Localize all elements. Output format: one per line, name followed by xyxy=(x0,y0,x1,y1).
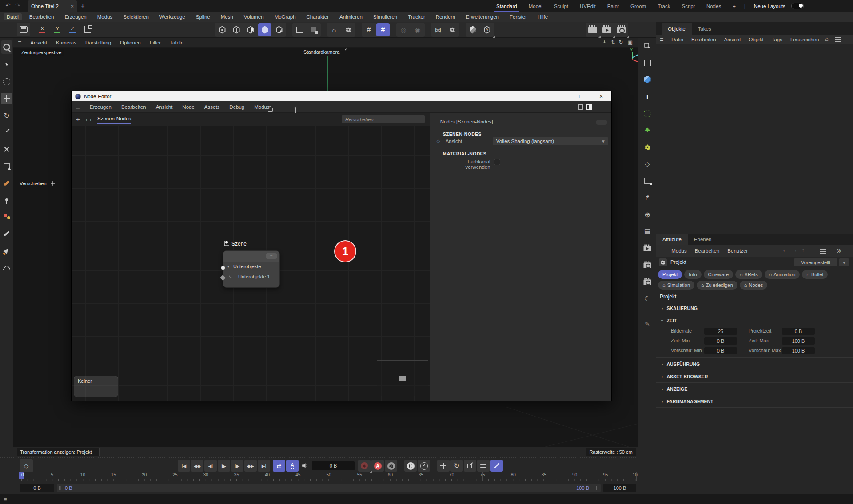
pen-tool[interactable] xyxy=(1,245,12,256)
commander-search-button[interactable] xyxy=(1,40,12,54)
menu-mograph[interactable]: MoGraph xyxy=(275,14,296,20)
layout-toggle[interactable] xyxy=(791,3,804,9)
axis-z-button[interactable]: Z xyxy=(66,23,79,36)
chip-bullet[interactable]: ⌂Bullet xyxy=(802,270,828,279)
keyframe-filter-toggle[interactable] xyxy=(490,460,503,472)
node-editor-titlebar[interactable]: Node-Editor — □ × xyxy=(72,91,611,101)
menu-simulieren[interactable]: Simulieren xyxy=(373,14,397,20)
render-settings-button[interactable]: A xyxy=(480,23,494,36)
spline-pen-tool[interactable] xyxy=(1,262,12,273)
graph-minimap[interactable] xyxy=(377,360,428,396)
chip-cineware[interactable]: Cineware xyxy=(704,270,733,279)
objects-tree-empty[interactable] xyxy=(656,44,853,234)
paint-brush-tool[interactable] xyxy=(1,228,12,239)
simulation-settings-tool[interactable] xyxy=(641,140,654,154)
shading-points-button[interactable] xyxy=(215,23,229,36)
layout-tab-script[interactable]: Script xyxy=(676,0,700,12)
section-asset-browser[interactable]: › ASSET BROWSER xyxy=(656,370,853,383)
obj-menu-tags[interactable]: Tags xyxy=(772,37,782,42)
tab-attribute[interactable]: Attribute xyxy=(656,234,688,245)
range-right-grip[interactable] xyxy=(596,486,598,490)
tab-takes[interactable]: Takes xyxy=(692,23,717,35)
smear-brush-tool[interactable] xyxy=(1,177,12,189)
maximize-button[interactable]: □ xyxy=(570,91,591,101)
menu-volumen[interactable]: Volumen xyxy=(244,14,264,20)
ne-menu-erzeugen[interactable]: Erzeugen xyxy=(90,104,112,110)
keyframe-button[interactable]: ◇ xyxy=(20,459,33,472)
zeit-min-field[interactable]: 0 B xyxy=(704,337,737,345)
render-settings-open-button[interactable] xyxy=(614,23,628,36)
text-object-tool[interactable]: T xyxy=(641,90,654,103)
render-active-view-button[interactable] xyxy=(586,23,599,36)
document-tab[interactable]: Ohne Titel 2 × xyxy=(28,0,77,12)
preset-dropdown[interactable]: Voreingestellt xyxy=(794,258,837,266)
diamond-icon[interactable]: ◇ xyxy=(437,139,440,143)
pan-view-icon[interactable]: + xyxy=(603,39,606,44)
ne-menu-bearbeiten[interactable]: Bearbeiten xyxy=(121,104,146,110)
ne-menu-debug[interactable]: Debug xyxy=(229,104,244,110)
menu-tracker[interactable]: Tracker xyxy=(408,14,425,20)
menu-werkzeuge[interactable]: Werkzeuge xyxy=(159,14,185,20)
keyframe-dial-button[interactable] xyxy=(418,460,430,472)
section-zeit[interactable]: › ZEIT xyxy=(656,314,853,326)
layout-tab-standard[interactable]: Standard xyxy=(490,0,523,12)
vorschau-min-field[interactable]: 0 B xyxy=(704,347,737,354)
object-select-tool[interactable] xyxy=(641,39,654,52)
menu-rendern[interactable]: Rendern xyxy=(436,14,455,20)
new-tab-icon[interactable]: + xyxy=(81,2,85,9)
ne-menu-node[interactable]: Node xyxy=(182,104,195,110)
play-mode-button[interactable]: A xyxy=(286,460,299,472)
redo-icon[interactable]: ↷ xyxy=(15,2,20,8)
asset-folder-tool[interactable]: ▤ xyxy=(641,225,654,238)
range-end-field[interactable]: 100 B xyxy=(603,484,636,492)
chip-zu-erledigen[interactable]: ⌂Zu erledigen xyxy=(697,281,737,290)
axis-x-button[interactable]: X xyxy=(36,23,49,36)
tab-szenen-nodes[interactable]: Szenen-Nodes xyxy=(97,116,131,124)
history-forward-icon[interactable]: → xyxy=(792,247,797,253)
port-diamond-icon[interactable] xyxy=(220,275,226,281)
statusbar-menu-icon[interactable]: ≡ xyxy=(4,496,7,503)
history-back-icon[interactable]: ← xyxy=(782,247,788,253)
pin-tool[interactable] xyxy=(1,194,12,206)
add-layout-icon[interactable]: + xyxy=(727,0,741,12)
section-farbmanagement[interactable]: › FARBMANAGEMENT xyxy=(656,395,853,408)
viewport-menu-icon[interactable]: ≡ xyxy=(18,39,21,46)
redirect-tool[interactable]: ↱ xyxy=(641,191,654,204)
attr-menu-icon[interactable]: ≡ xyxy=(660,247,663,254)
obj-menu-datei[interactable]: Datei xyxy=(671,37,683,42)
field-object-tool[interactable] xyxy=(641,107,654,120)
vorschau-max-field[interactable]: 100 B xyxy=(782,347,815,354)
vp-menu-kameras[interactable]: Kameras xyxy=(56,40,76,45)
scene-node[interactable]: ≡ ▾ Unterobjekte Unterobjekte.1 xyxy=(223,250,280,288)
add-graph-tab-icon[interactable]: + xyxy=(76,115,80,123)
vp-menu-optionen[interactable]: Optionen xyxy=(120,40,141,45)
night-mode-tool[interactable]: ☾ xyxy=(641,292,654,306)
chevron-down-icon[interactable]: ▾ xyxy=(227,265,229,269)
menu-modus[interactable]: Modus xyxy=(97,14,113,20)
menu-datei[interactable]: Datei xyxy=(4,13,22,20)
obj-menu-bearbeiten[interactable]: Bearbeiten xyxy=(691,37,716,42)
vegetation-tool[interactable]: ♣ xyxy=(641,123,654,137)
layout-tab-model[interactable]: Model xyxy=(523,0,548,12)
toggle-view-icon[interactable]: ▣ xyxy=(628,39,633,45)
highlight-search-input[interactable]: Hervorheben xyxy=(342,115,425,123)
play-button[interactable]: ▶ xyxy=(218,460,230,472)
render-queue-tool[interactable] xyxy=(641,258,654,272)
symmetry-button[interactable]: ⋈ xyxy=(431,23,445,36)
menu-spline[interactable]: Spline xyxy=(196,14,210,20)
menu-hilfe[interactable]: Hilfe xyxy=(538,14,548,20)
save-button[interactable] xyxy=(17,23,30,36)
tab-ebenen[interactable]: Ebenen xyxy=(688,234,718,245)
dolly-view-icon[interactable]: ⇅ xyxy=(611,39,615,45)
axis-modify-tool[interactable] xyxy=(1,143,12,155)
coordinate-system-button[interactable] xyxy=(81,23,94,36)
neue-layouts-button[interactable]: Neue Layouts xyxy=(748,0,791,12)
key-scale-toggle[interactable] xyxy=(464,460,476,472)
quantize-button[interactable]: # xyxy=(376,23,390,36)
obj-menu-lesezeichen[interactable]: Lesezeichen xyxy=(790,37,819,42)
globe-st-tool[interactable]: ⊕ xyxy=(641,208,654,221)
layout-tab-track[interactable]: Track xyxy=(652,0,676,12)
vp-menu-darstellung[interactable]: Darstellung xyxy=(85,40,111,45)
prev-frame-button[interactable]: ◀| xyxy=(204,460,217,472)
range-left-grip[interactable] xyxy=(59,486,61,490)
